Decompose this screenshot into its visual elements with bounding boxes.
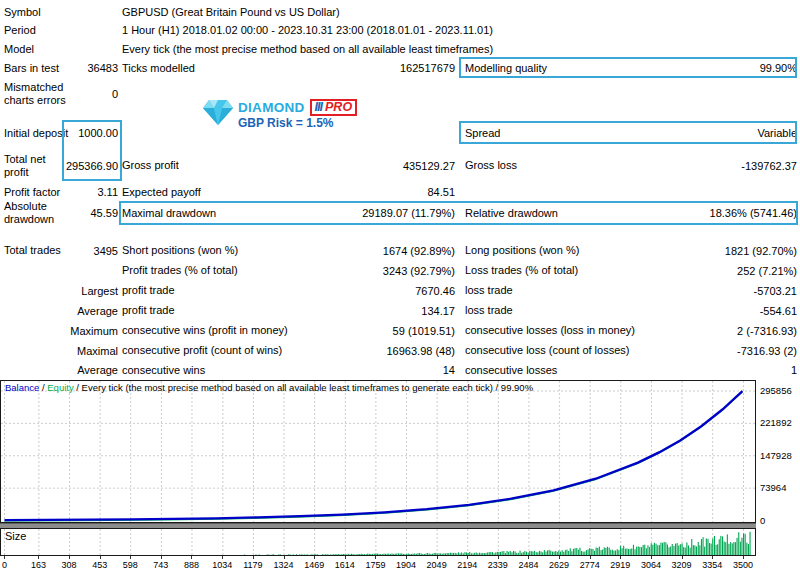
- size-bar: [330, 555, 331, 556]
- size-bar: [613, 551, 614, 555]
- stat-label: Relative drawdown: [465, 207, 558, 220]
- size-bar: [432, 554, 433, 555]
- size-bar: [335, 554, 336, 555]
- size-bar: [495, 552, 496, 555]
- stat-cell: Ticks modelled162517679: [122, 58, 455, 78]
- size-bar: [302, 555, 303, 556]
- x-axis-tick: [69, 556, 70, 559]
- size-bar: [712, 539, 713, 555]
- size-bar: [539, 551, 540, 555]
- size-bar: [728, 544, 729, 555]
- stat-label: Profit factor: [4, 186, 70, 199]
- stat-value: 3495: [94, 245, 118, 257]
- size-bar: [345, 554, 346, 555]
- size-bar: [573, 549, 574, 555]
- size-bar: [694, 546, 695, 556]
- logo-tier-pro: PRO: [325, 100, 352, 114]
- stat-cell: Total net profit295366.90: [4, 150, 118, 181]
- size-bar: [633, 545, 634, 555]
- size-bar: [437, 554, 438, 556]
- stat-cell: Mismatched charts errors0: [4, 79, 118, 109]
- size-bar: [466, 552, 467, 555]
- size-bar: [346, 554, 347, 555]
- size-bar: [515, 551, 516, 555]
- size-bar: [597, 548, 598, 555]
- size-bar: [440, 553, 441, 555]
- stat-value: 14: [443, 364, 455, 376]
- stat-label: Total net profit: [4, 153, 62, 179]
- stat-cell: profit trade134.17: [122, 301, 455, 320]
- size-bar: [605, 548, 606, 555]
- stat-label: Long positions (won %): [465, 244, 579, 257]
- size-bar: [484, 553, 485, 555]
- stat-cell: loss trade-5703.21: [465, 281, 797, 300]
- stat-value: 99.90%: [760, 62, 797, 74]
- size-bar: [651, 543, 652, 555]
- size-bar: [631, 549, 632, 556]
- size-bar: [323, 554, 324, 555]
- size-bar: [563, 552, 564, 555]
- size-bar: [396, 554, 397, 556]
- stat-label: Initial deposit: [4, 127, 70, 140]
- size-bar: [583, 552, 584, 555]
- stat-label: Total trades: [4, 244, 70, 257]
- size-bar: [541, 551, 542, 555]
- size-bar: [669, 547, 670, 555]
- x-axis-tick: [406, 556, 407, 559]
- stat-cell: Model: [4, 40, 118, 58]
- table-row: Bars in test36483Ticks modelled162517679…: [0, 58, 800, 78]
- size-bar: [722, 536, 723, 555]
- size-bar: [348, 554, 349, 555]
- x-axis-tick: [38, 556, 39, 559]
- x-axis-tick: [191, 556, 192, 559]
- size-bar: [471, 553, 472, 555]
- size-bar: [424, 554, 425, 555]
- size-bar: [636, 547, 637, 555]
- size-bar: [550, 551, 551, 555]
- y-axis-tick-label: 73964: [760, 482, 800, 493]
- size-bar: [404, 554, 405, 555]
- size-bar: [709, 543, 710, 555]
- stat-value: 29189.07 (11.79%): [362, 207, 455, 219]
- table-row: Profit trades (% of total)3243 (92.79%)L…: [0, 261, 800, 280]
- size-bar: [737, 538, 738, 555]
- size-bar: [618, 550, 619, 555]
- size-bar: [521, 553, 522, 555]
- size-bar: [430, 554, 431, 555]
- stat-cell: Largest: [4, 281, 118, 300]
- size-bar: [375, 554, 376, 556]
- stat-cell: 1 Hour (H1) 2018.01.02 00:00 - 2023.10.3…: [122, 21, 455, 39]
- balance-chart-plot: [1, 381, 755, 522]
- size-bar: [447, 553, 448, 555]
- size-bar: [654, 543, 655, 555]
- x-axis-tick: [528, 556, 529, 559]
- size-bar: [401, 553, 402, 555]
- size-bar: [610, 550, 611, 555]
- size-bar: [659, 545, 660, 555]
- size-bar: [455, 553, 456, 555]
- size-bar: [443, 553, 444, 555]
- size-bar: [725, 542, 726, 555]
- size-bar: [497, 552, 498, 555]
- x-axis-tick: [375, 556, 376, 559]
- size-bar: [547, 550, 548, 555]
- stat-label: Model: [4, 43, 70, 56]
- size-bar: [638, 546, 639, 555]
- size-bar: [664, 542, 665, 555]
- size-bar: [596, 548, 597, 556]
- stat-cell: Symbol: [4, 3, 118, 21]
- stat-label: GBPUSD (Great Britain Pound vs US Dollar…: [122, 6, 340, 19]
- stat-cell: Gross loss-139762.37: [465, 150, 797, 181]
- stat-cell: Bars in test36483: [4, 58, 118, 78]
- stat-value: 252 (7.21%): [737, 265, 797, 277]
- stat-cell: consecutive wins14: [122, 361, 455, 379]
- size-bar: [500, 552, 501, 555]
- size-bar: [409, 554, 410, 555]
- stat-cell: Gross profit435129.27: [122, 150, 455, 181]
- x-axis-tick: [590, 556, 591, 559]
- table-row: Largestprofit trade7670.46loss trade-570…: [0, 281, 800, 300]
- size-bar: [549, 550, 550, 555]
- size-bar: [649, 547, 650, 555]
- stat-cell: Short positions (won %)1674 (92.89%): [122, 241, 455, 260]
- size-bar: [385, 554, 386, 555]
